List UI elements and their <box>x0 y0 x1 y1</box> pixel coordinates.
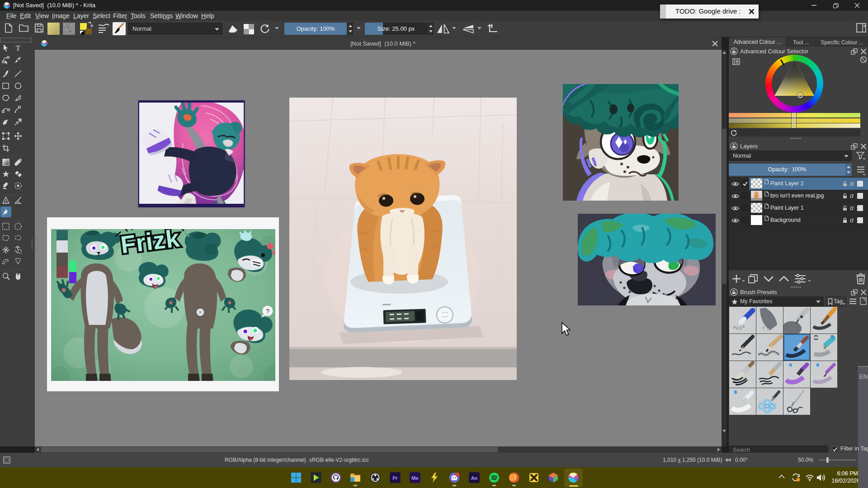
svg-text:T: T <box>16 44 21 52</box>
svg-text:Me: Me <box>411 475 418 481</box>
svg-text:An: An <box>471 475 478 481</box>
svg-text:Pr: Pr <box>392 475 398 481</box>
svg-text:?: ? <box>266 308 269 315</box>
